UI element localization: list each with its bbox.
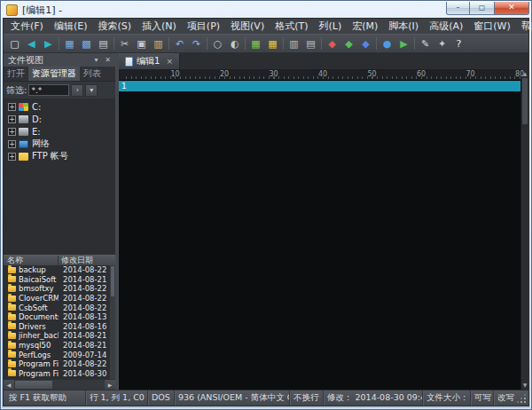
menu-item[interactable]: 格式(T) bbox=[270, 19, 313, 34]
tab-close-icon[interactable]: × bbox=[166, 57, 173, 66]
file-row[interactable]: mysql50 2014-08-21 08 bbox=[4, 341, 115, 351]
file-name: bmsoftxy bbox=[19, 284, 59, 293]
toolbar-split-vertical-button[interactable]: ▤ bbox=[302, 35, 319, 51]
column-header-name[interactable]: 名称 bbox=[4, 256, 59, 265]
toolbar-new-file-button[interactable]: ▢ bbox=[6, 35, 23, 51]
toolbar-icon: ▣ bbox=[137, 39, 145, 49]
expand-icon[interactable]: + bbox=[8, 103, 16, 111]
menu-item[interactable]: 帮助(H) bbox=[516, 19, 532, 34]
toolbar-back-button[interactable]: ◀ bbox=[23, 35, 40, 51]
editor-scroll-track[interactable] bbox=[521, 78, 528, 381]
filter-apply-button[interactable]: › bbox=[71, 84, 83, 97]
file-row[interactable]: Drivers 2014-08-16 09 bbox=[4, 322, 115, 332]
tree-item[interactable]: + D: bbox=[4, 113, 115, 125]
menu-item[interactable]: 宏(M) bbox=[347, 19, 383, 34]
file-name: CsbSoft bbox=[19, 304, 59, 312]
toolbar-icon: ▶ bbox=[44, 39, 51, 49]
file-row[interactable]: CsbSoft 2014-08-22 13 bbox=[4, 303, 115, 312]
tree-item[interactable]: + C: bbox=[4, 100, 115, 113]
document-tab[interactable]: 编辑1 × bbox=[119, 53, 180, 69]
file-date: 2014-08-22 08 bbox=[59, 284, 115, 293]
toolbar-print-button[interactable]: ▤ bbox=[95, 35, 112, 51]
panel-tab[interactable]: 列表 bbox=[80, 67, 105, 81]
toolbar-undo-button[interactable]: ↶ bbox=[171, 35, 188, 51]
expand-icon[interactable]: + bbox=[8, 128, 16, 136]
menu-item[interactable]: 编辑(E) bbox=[49, 19, 93, 34]
toolbar-help-button[interactable]: ? bbox=[450, 35, 467, 51]
toolbar-script-button[interactable]: ✎ bbox=[417, 35, 434, 51]
toolbar-paste-button[interactable]: ▥ bbox=[150, 35, 167, 51]
file-row[interactable]: jinher_backup 2014-08-21 18 bbox=[4, 331, 115, 341]
toolbar-file-view-button[interactable]: ▦ bbox=[247, 35, 264, 51]
menu-item[interactable]: 列(L) bbox=[314, 19, 348, 34]
panel-tab[interactable]: 资源管理器 bbox=[28, 67, 80, 81]
menu-item[interactable]: 文件(F) bbox=[5, 19, 49, 34]
filter-input[interactable] bbox=[28, 84, 69, 96]
editor-scroll-thumb[interactable] bbox=[522, 78, 528, 124]
menu-item[interactable]: 高级(A) bbox=[424, 19, 468, 34]
editor-vertical-scrollbar: ▲ ▼ bbox=[520, 69, 528, 390]
file-row[interactable]: CloverCRM 2014-08-22 0 bbox=[4, 294, 115, 304]
status-help: 按 F1 获取帮助 bbox=[4, 390, 85, 406]
toolbar-run-button[interactable]: ▶ bbox=[395, 35, 412, 51]
toolbar-list-view-button[interactable]: ▦ bbox=[264, 35, 281, 51]
panel-tab[interactable]: 打开 bbox=[4, 67, 28, 81]
scroll-right-icon[interactable]: ▶ bbox=[105, 380, 115, 390]
folder-icon bbox=[8, 343, 16, 349]
expand-icon[interactable]: + bbox=[8, 153, 16, 161]
toolbar-mark-green-button[interactable]: ◆ bbox=[340, 35, 357, 51]
file-row[interactable]: PerfLogs 2009-07-14 11 bbox=[4, 350, 115, 359]
resize-grip[interactable] bbox=[516, 390, 528, 406]
file-row[interactable]: Program Files 2014-08-22 08 bbox=[4, 359, 115, 369]
text-editing-surface[interactable]: 1 bbox=[119, 81, 520, 390]
menu-item[interactable]: 插入(N) bbox=[137, 19, 182, 34]
menu-item[interactable]: 项目(P) bbox=[182, 19, 225, 34]
close-button[interactable]: ✕ bbox=[494, 2, 529, 15]
file-row[interactable]: backup 2014-08-22 10 bbox=[4, 265, 115, 275]
scroll-track[interactable] bbox=[14, 380, 105, 390]
expand-icon[interactable]: + bbox=[8, 140, 16, 148]
tree-item[interactable]: + E: bbox=[4, 125, 115, 138]
toolbar-cut-button[interactable]: ✂ bbox=[116, 35, 133, 51]
menu-item[interactable]: 搜索(S) bbox=[92, 19, 137, 34]
file-row[interactable]: bmsoftxy 2014-08-22 08 bbox=[4, 284, 115, 294]
file-row[interactable]: Documents 2014-08-13 bbox=[4, 312, 115, 322]
editor-text: 1020304050607080 1 bbox=[119, 69, 520, 390]
tree-item[interactable]: + 网络 bbox=[4, 138, 115, 150]
scroll-thumb[interactable] bbox=[15, 381, 52, 389]
panel-close-icon[interactable]: ✕ bbox=[102, 55, 113, 66]
toolbar-save-all-button[interactable]: ▩ bbox=[78, 35, 95, 51]
filter-dropdown-button[interactable]: ▾ bbox=[85, 84, 98, 97]
menu-item[interactable]: 视图(V) bbox=[225, 19, 270, 34]
file-date: 2014-08-22 10 bbox=[59, 265, 115, 274]
toolbar-separator bbox=[168, 37, 169, 50]
file-list-scrollbar[interactable] bbox=[109, 265, 115, 379]
toolbar-tools-button[interactable]: ✦ bbox=[434, 35, 450, 51]
toolbar-save-button[interactable]: ▦ bbox=[61, 35, 78, 51]
menu-item[interactable]: 脚本(I) bbox=[383, 19, 424, 34]
line-number: 1 bbox=[119, 82, 127, 91]
maximize-button[interactable]: ▢ bbox=[470, 2, 494, 15]
toolbar-copy-button[interactable]: ▣ bbox=[133, 35, 150, 51]
tree-item[interactable]: + FTP 帐号 bbox=[4, 150, 115, 162]
toolbar-replace-button[interactable]: ◐ bbox=[226, 35, 243, 51]
file-row[interactable]: BaicaiSoft 2014-08-21 16 bbox=[4, 275, 115, 285]
file-list-scroll-thumb[interactable] bbox=[111, 266, 114, 296]
toolbar-forward-button[interactable]: ▶ bbox=[40, 35, 57, 51]
toolbar-mark-red-button[interactable]: ◆ bbox=[324, 35, 340, 51]
toolbar-redo-button[interactable]: ↷ bbox=[188, 35, 205, 51]
scroll-left-icon[interactable]: ◀ bbox=[4, 380, 14, 390]
expand-icon[interactable]: + bbox=[8, 115, 16, 123]
scroll-down-icon[interactable]: ▼ bbox=[521, 381, 528, 390]
file-row[interactable]: Program File... 2014-08-30 09 bbox=[4, 369, 115, 379]
toolbar-split-horizontal-button[interactable]: ▥ bbox=[286, 35, 302, 51]
toolbar-mark-blue-button[interactable]: ◆ bbox=[357, 35, 374, 51]
panel-dropdown-icon[interactable]: ▾ bbox=[90, 55, 102, 66]
panel-header: 文件视图 ▾✕ bbox=[4, 53, 115, 67]
menu-item[interactable]: 窗口(W) bbox=[468, 19, 515, 34]
toolbar-browser-preview-button[interactable]: ● bbox=[379, 35, 395, 51]
file-name: Program Files bbox=[19, 359, 59, 368]
column-header-date[interactable]: 修改日期 bbox=[59, 256, 115, 265]
minimize-button[interactable]: – bbox=[446, 2, 470, 15]
toolbar-find-button[interactable]: ○ bbox=[209, 35, 226, 51]
